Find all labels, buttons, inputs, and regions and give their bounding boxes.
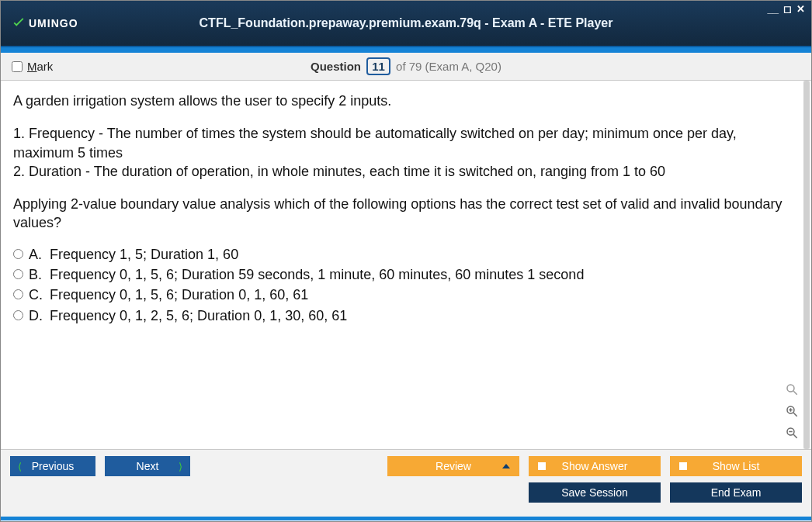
minimize-icon[interactable]: __	[768, 4, 779, 14]
previous-label: Previous	[32, 460, 74, 472]
option-d[interactable]: D. Frequency 0, 1, 2, 5, 6; Duration 0, …	[13, 306, 799, 325]
question-text: A garden irrigation system allows the us…	[13, 92, 799, 233]
close-icon[interactable]: ✕	[796, 4, 805, 14]
question-line-1: 1. Frequency - The number of times the s…	[13, 124, 799, 162]
mark-checkbox-input[interactable]	[12, 61, 23, 72]
option-a-text: Frequency 1, 5; Duration 1, 60	[50, 245, 238, 264]
square-icon	[679, 462, 687, 470]
option-c[interactable]: C. Frequency 0, 1, 5, 6; Duration 0, 1, …	[13, 285, 799, 304]
footer: ⟨ Previous Next ⟩ Review Show Answer Sho…	[1, 449, 811, 517]
question-prompt: Applying 2-value boundary value analysis…	[13, 195, 799, 233]
chevron-left-icon: ⟨	[18, 461, 22, 472]
show-answer-label: Show Answer	[562, 460, 628, 472]
zoom-out-icon[interactable]	[783, 424, 800, 441]
previous-button[interactable]: ⟨ Previous	[10, 456, 95, 476]
review-label: Review	[435, 460, 471, 472]
option-b-letter: B.	[29, 265, 44, 284]
mark-checkbox[interactable]: Mark	[12, 60, 53, 73]
zoom-in-icon[interactable]	[783, 403, 800, 420]
option-a-radio[interactable]	[13, 249, 23, 259]
option-a-letter: A.	[29, 245, 44, 264]
save-session-button[interactable]: Save Session	[529, 482, 661, 503]
question-word: Question	[311, 60, 361, 73]
scrollbar-thumb[interactable]	[803, 81, 810, 449]
save-session-label: Save Session	[561, 486, 628, 499]
next-button[interactable]: Next ⟩	[105, 456, 190, 476]
show-list-button[interactable]: Show List	[670, 456, 802, 476]
question-position: Question 11 of 79 (Exam A, Q20)	[1, 57, 811, 75]
search-icon[interactable]	[783, 381, 800, 398]
chevron-right-icon: ⟩	[179, 461, 182, 472]
titlebar: UMINGO CTFL_Foundation.prepaway.premium.…	[1, 1, 811, 47]
svg-point-0	[787, 385, 794, 392]
option-b-text: Frequency 0, 1, 5, 6; Duration 59 second…	[50, 265, 584, 284]
square-icon	[538, 462, 546, 470]
question-line-2: 2. Duration - The duration of operation,…	[13, 162, 799, 181]
svg-line-3	[793, 413, 797, 417]
option-d-radio[interactable]	[13, 310, 23, 320]
show-list-label: Show List	[713, 460, 760, 472]
review-button[interactable]: Review	[387, 456, 519, 476]
zoom-controls	[783, 381, 800, 441]
accent-band	[1, 47, 811, 53]
window-title: CTFL_Foundation.prepaway.premium.exam.79…	[1, 16, 811, 30]
end-exam-button[interactable]: End Exam	[670, 482, 802, 503]
option-b[interactable]: B. Frequency 0, 1, 5, 6; Duration 59 sec…	[13, 265, 799, 284]
mark-label: Mark	[27, 60, 53, 73]
window-controls: __ ◻ ✕	[768, 4, 805, 14]
brand-logo: UMINGO	[10, 15, 78, 32]
option-b-radio[interactable]	[13, 269, 23, 279]
question-infobar: Mark Question 11 of 79 (Exam A, Q20)	[1, 53, 811, 81]
question-content: A garden irrigation system allows the us…	[1, 81, 811, 449]
question-total: of 79 (Exam A, Q20)	[396, 60, 501, 73]
end-exam-label: End Exam	[711, 486, 762, 499]
svg-line-7	[793, 434, 797, 438]
brand-text: UMINGO	[29, 17, 78, 29]
show-answer-button[interactable]: Show Answer	[529, 456, 661, 476]
option-c-radio[interactable]	[13, 289, 23, 299]
option-d-text: Frequency 0, 1, 2, 5, 6; Duration 0, 1, …	[50, 306, 347, 325]
option-a[interactable]: A. Frequency 1, 5; Duration 1, 60	[13, 245, 799, 264]
question-number-box[interactable]: 11	[366, 57, 390, 75]
content-scrollbar[interactable]	[803, 81, 810, 449]
triangle-up-icon	[502, 464, 510, 468]
next-label: Next	[137, 460, 159, 472]
question-intro: A garden irrigation system allows the us…	[13, 92, 799, 110]
bottom-accent	[1, 517, 811, 520]
check-icon	[10, 15, 27, 32]
answer-options: A. Frequency 1, 5; Duration 1, 60 B. Fre…	[13, 245, 799, 325]
option-c-letter: C.	[29, 285, 44, 304]
option-c-text: Frequency 0, 1, 5, 6; Duration 0, 1, 60,…	[50, 285, 308, 304]
svg-line-1	[793, 391, 797, 395]
maximize-icon[interactable]: ◻	[783, 4, 792, 14]
option-d-letter: D.	[29, 306, 44, 325]
